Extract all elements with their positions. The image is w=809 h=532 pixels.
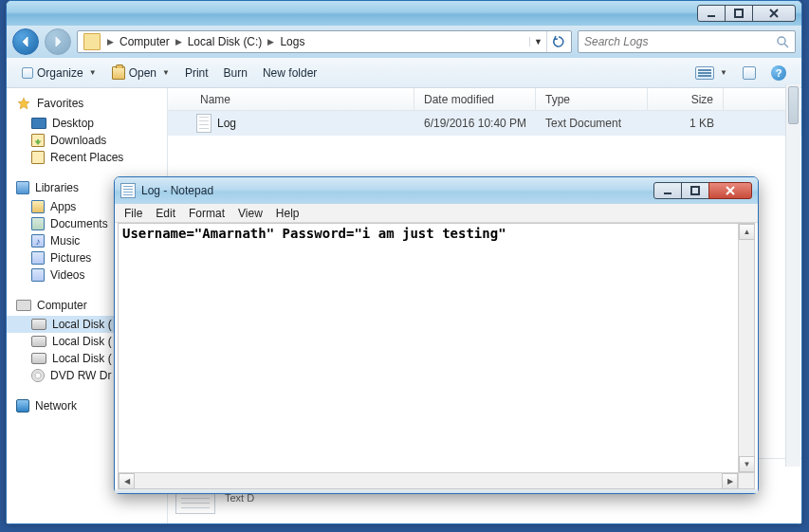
- scroll-down-button[interactable]: ▼: [739, 456, 755, 472]
- scrollbar-corner: [738, 472, 754, 488]
- computer-icon: [16, 300, 31, 311]
- burn-button[interactable]: Burn: [216, 63, 255, 83]
- notepad-maximize-button[interactable]: [681, 182, 709, 199]
- refresh-button[interactable]: [546, 31, 569, 52]
- view-button[interactable]: ▼: [688, 63, 735, 83]
- sidebar-item-label: Downloads: [50, 134, 106, 147]
- scroll-right-button[interactable]: ▶: [722, 473, 738, 489]
- print-button[interactable]: Print: [177, 63, 216, 83]
- notepad-window: Log - Notepad File Edit Format View Help…: [114, 176, 759, 494]
- sidebar-item-label: Local Disk (: [52, 352, 112, 365]
- view-icon: [695, 66, 714, 80]
- breadcrumb-segment[interactable]: Computer: [117, 35, 173, 48]
- sidebar-item-recent[interactable]: Recent Places: [7, 149, 167, 166]
- maximize-button[interactable]: [725, 5, 753, 22]
- network-label: Network: [35, 399, 77, 413]
- open-button[interactable]: Open▼: [104, 63, 177, 83]
- file-row[interactable]: Log 6/19/2016 10:40 PM Text Document 1 K…: [168, 111, 801, 136]
- sidebar-item-desktop[interactable]: Desktop: [7, 115, 167, 132]
- scroll-up-button[interactable]: ▲: [739, 224, 755, 240]
- vertical-scrollbar[interactable]: [785, 84, 800, 467]
- sidebar-item-label: Apps: [50, 200, 76, 213]
- notepad-title: Log - Notepad: [141, 184, 654, 197]
- desktop-icon: [31, 118, 46, 129]
- search-icon: [776, 35, 789, 48]
- file-size: 1 KB: [648, 117, 724, 130]
- music-icon: [31, 234, 45, 248]
- scrollbar-thumb[interactable]: [788, 86, 799, 124]
- address-dropdown[interactable]: ▼: [529, 37, 546, 46]
- organize-icon: [22, 67, 33, 79]
- back-button[interactable]: [12, 28, 39, 55]
- notepad-hscrollbar[interactable]: ◀ ▶: [119, 472, 738, 488]
- sidebar-item-downloads[interactable]: Downloads: [7, 132, 167, 149]
- sidebar-item-label: Documents: [50, 217, 108, 230]
- libraries-label: Libraries: [35, 181, 79, 194]
- open-label: Open: [129, 66, 156, 80]
- menu-view[interactable]: View: [238, 207, 263, 220]
- col-date[interactable]: Date modified: [414, 88, 536, 110]
- search-box[interactable]: [578, 30, 796, 53]
- notepad-statusbar: [115, 489, 758, 493]
- notepad-close-button[interactable]: [708, 182, 752, 199]
- breadcrumb-segment[interactable]: Local Disk (C:): [185, 35, 266, 48]
- pictures-icon: [31, 251, 45, 265]
- folder-icon: [83, 33, 101, 50]
- col-type[interactable]: Type: [536, 88, 648, 110]
- file-type: Text Document: [536, 117, 648, 130]
- sidebar-item-label: Music: [50, 234, 80, 248]
- breadcrumb-sep: ▶: [104, 37, 117, 46]
- hdd-icon: [31, 319, 46, 330]
- burn-label: Burn: [224, 66, 248, 80]
- notepad-titlebar[interactable]: Log - Notepad: [115, 177, 758, 204]
- preview-pane-icon: [743, 66, 756, 80]
- toolbar: Organize▼ Open▼ Print Burn New folder ▼ …: [7, 58, 801, 88]
- menu-format[interactable]: Format: [189, 207, 225, 220]
- dvd-icon: [31, 369, 45, 382]
- favorites-header[interactable]: Favorites: [7, 94, 167, 115]
- notepad-vscrollbar[interactable]: ▲ ▼: [738, 224, 754, 472]
- close-button[interactable]: [752, 5, 796, 22]
- search-input[interactable]: [584, 35, 776, 48]
- preview-pane-button[interactable]: [735, 63, 763, 83]
- hdd-icon: [31, 353, 46, 364]
- notepad-minimize-button[interactable]: [653, 182, 682, 199]
- notepad-menubar: File Edit Format View Help: [115, 204, 758, 223]
- breadcrumb-sep: ▶: [173, 37, 185, 46]
- documents-icon: [31, 217, 45, 230]
- forward-button[interactable]: [45, 28, 71, 55]
- address-bar[interactable]: ▶ Computer ▶ Local Disk (C:) ▶ Logs ▼: [77, 30, 572, 53]
- sidebar-item-label: Desktop: [52, 117, 94, 130]
- print-label: Print: [185, 66, 209, 80]
- address-row: ▶ Computer ▶ Local Disk (C:) ▶ Logs ▼: [7, 26, 801, 58]
- help-icon: ?: [771, 65, 786, 81]
- help-button[interactable]: ?: [763, 62, 794, 84]
- star-icon: [16, 96, 31, 111]
- scroll-left-button[interactable]: ◀: [119, 473, 135, 489]
- downloads-icon: [31, 134, 45, 147]
- newfolder-button[interactable]: New folder: [255, 63, 324, 83]
- hdd-icon: [31, 336, 46, 347]
- recent-icon: [31, 151, 45, 164]
- sidebar-item-label: DVD RW Dr: [50, 369, 111, 382]
- menu-file[interactable]: File: [124, 207, 142, 220]
- computer-label: Computer: [37, 299, 87, 312]
- sidebar-item-label: Local Disk (: [52, 318, 112, 331]
- col-name[interactable]: Name: [191, 88, 414, 110]
- menu-edit[interactable]: Edit: [156, 207, 175, 220]
- col-size[interactable]: Size: [648, 88, 724, 110]
- explorer-titlebar: [7, 1, 801, 26]
- minimize-button[interactable]: [697, 5, 726, 22]
- columns-header: Name Date modified Type Size: [168, 88, 801, 111]
- menu-help[interactable]: Help: [276, 207, 300, 220]
- favorites-label: Favorites: [37, 97, 83, 110]
- breadcrumb-segment[interactable]: Logs: [277, 35, 307, 48]
- apps-icon: [31, 200, 45, 213]
- notepad-icon: [120, 183, 136, 198]
- breadcrumb-sep: ▶: [265, 37, 277, 46]
- sidebar-item-label: Pictures: [50, 251, 91, 265]
- notepad-textarea[interactable]: Username="Amarnath" Password="i am just …: [119, 224, 738, 472]
- newfolder-label: New folder: [263, 66, 317, 80]
- organize-button[interactable]: Organize▼: [14, 63, 104, 83]
- textfile-icon: [196, 114, 211, 133]
